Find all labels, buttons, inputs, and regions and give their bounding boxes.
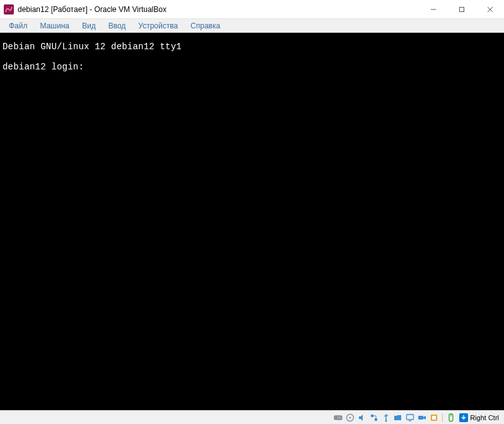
status-separator [442,413,443,422]
svg-rect-16 [432,416,436,420]
status-bar: Right Ctrl [0,410,504,424]
menu-devices[interactable]: Устройства [132,20,184,32]
window-title: debian12 [Работает] - Oracle VM VirtualB… [18,5,419,14]
guest-additions-icon[interactable] [429,413,439,423]
maximize-button[interactable] [447,0,476,18]
mouse-integration-icon[interactable] [446,413,456,423]
virtualbox-icon [4,4,14,15]
console-line-banner: Debian GNU/Linux 12 debian12 tty1 [3,42,182,52]
console-login-prompt: debian12 login: [3,62,84,72]
minimize-button[interactable] [419,0,447,18]
usb-icon[interactable] [381,413,391,423]
menu-bar: Файл Машина Вид Ввод Устройства Справка [0,19,504,33]
network-icon[interactable] [369,413,379,423]
svg-rect-14 [418,416,423,420]
close-button[interactable] [476,0,504,18]
svg-rect-10 [375,418,377,421]
svg-rect-2 [459,7,464,11]
display-icon[interactable] [405,413,415,423]
svg-point-11 [385,420,387,421]
host-key-label: Right Ctrl [470,414,499,421]
svg-point-8 [349,416,351,418]
svg-rect-9 [371,415,373,417]
window-titlebar: debian12 [Работает] - Oracle VM VirtualB… [0,0,504,19]
audio-icon[interactable] [357,413,367,423]
recording-icon[interactable] [417,413,427,423]
window-controls [419,0,504,18]
svg-rect-12 [407,415,414,420]
menu-view[interactable]: Вид [76,20,102,32]
keyboard-capture-icon [459,413,468,422]
svg-rect-5 [334,416,342,420]
svg-point-6 [336,417,337,418]
menu-help[interactable]: Справка [184,20,226,32]
host-key-indicator[interactable]: Right Ctrl [458,413,501,422]
vm-console[interactable]: Debian GNU/Linux 12 debian12 tty1 debian… [0,33,504,410]
menu-machine[interactable]: Машина [34,20,76,32]
menu-file[interactable]: Файл [3,20,34,32]
menu-input[interactable]: Ввод [102,20,132,32]
hard-disk-icon[interactable] [333,413,343,423]
optical-drive-icon[interactable] [345,413,355,423]
shared-folders-icon[interactable] [393,413,403,423]
